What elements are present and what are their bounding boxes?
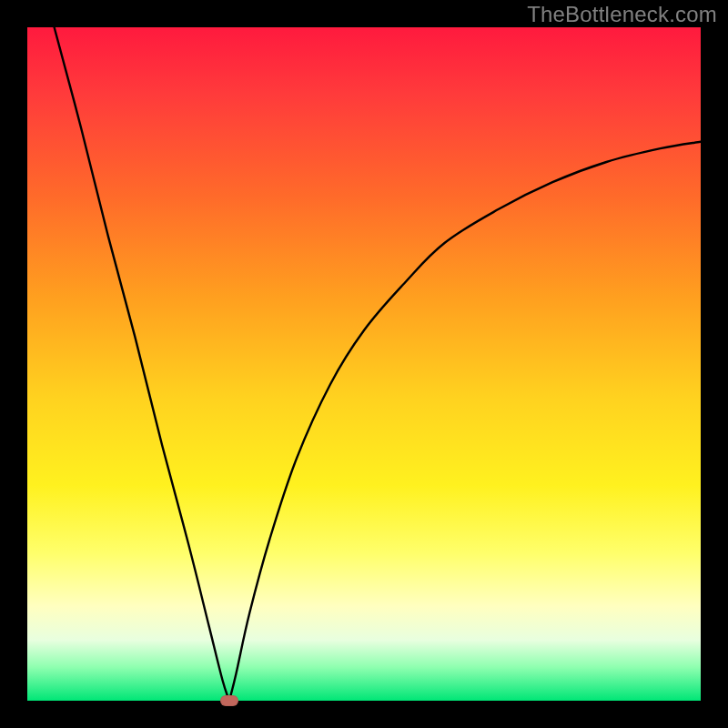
plot-area [27,27,701,701]
minimum-marker [220,695,238,706]
watermark-text: TheBottleneck.com [527,2,717,27]
chart-frame: TheBottleneck.com [0,0,728,728]
curve-svg [27,27,701,701]
bottleneck-curve-left [55,27,229,701]
bottleneck-curve-right [229,142,701,701]
